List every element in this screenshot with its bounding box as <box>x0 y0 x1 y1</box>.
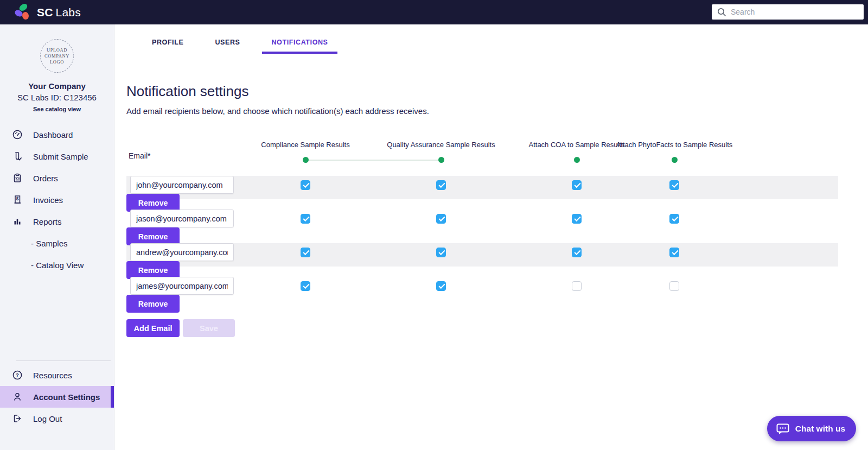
checkbox-quality-assurance[interactable] <box>436 180 446 190</box>
sidebar-item-label: Account Settings <box>33 392 100 402</box>
sidebar-item-submit-sample[interactable]: Submit Sample <box>0 145 114 167</box>
checkbox-compliance[interactable] <box>301 248 310 257</box>
green-dot-indicator <box>574 157 580 163</box>
sidebar-item-label: Reports <box>33 217 62 226</box>
checkbox-quality-assurance[interactable] <box>436 214 446 224</box>
checkbox-attach-phytofacts[interactable] <box>669 214 679 224</box>
checkbox-compliance[interactable] <box>301 214 310 224</box>
search-icon <box>717 8 726 17</box>
green-dot-indicator <box>438 157 444 163</box>
dashboard-icon <box>12 129 23 140</box>
table-row: Remove <box>126 210 838 233</box>
notifications-table-body: Remove Remove Remove <box>126 176 868 300</box>
checkbox-attach-coa[interactable] <box>572 180 582 190</box>
company-id: SC Labs ID: C123456 <box>0 93 114 102</box>
column-dot-wrap <box>607 156 742 163</box>
sidebar-item-label: Dashboard <box>33 130 73 140</box>
sidebar-item-label: Invoices <box>33 195 63 205</box>
chat-with-us-button[interactable]: Chat with us <box>767 416 856 441</box>
email-input[interactable] <box>130 243 234 261</box>
action-buttons: Add Email Save <box>126 319 868 337</box>
sidebar-item-resources[interactable]: ? Resources <box>0 364 114 386</box>
tab-notifications[interactable]: NOTIFICATIONS <box>262 39 337 54</box>
table-row: Remove <box>126 176 838 199</box>
sidebar-item-invoices[interactable]: $ Invoices <box>0 189 114 211</box>
sidebar-item-orders[interactable]: Orders <box>0 167 114 189</box>
tab-users[interactable]: USERS <box>206 39 249 54</box>
sidebar-divider <box>16 360 111 361</box>
checkbox-attach-phytofacts[interactable] <box>669 281 679 291</box>
logout-icon <box>12 413 23 424</box>
upload-logo-line: COMPANY <box>44 53 69 59</box>
sidebar-nav: Dashboard Submit Sample Orders <box>0 124 114 276</box>
green-dot-indicator <box>303 157 309 163</box>
search-box[interactable] <box>712 4 864 20</box>
notifications-table-header: Email* Compliance Sample Results Quality… <box>126 141 868 163</box>
submit-sample-icon <box>12 151 23 162</box>
brand-logo[interactable]: SCLabs <box>13 3 81 22</box>
chat-button-label: Chat with us <box>795 424 845 434</box>
help-icon: ? <box>12 370 23 381</box>
save-button[interactable]: Save <box>183 319 235 337</box>
chat-bubble-icon <box>776 422 790 435</box>
email-input[interactable] <box>130 176 234 194</box>
sidebar-item-account-settings[interactable]: Account Settings <box>0 386 114 408</box>
checkbox-attach-coa[interactable] <box>572 281 582 291</box>
sidebar-item-log-out[interactable]: Log Out <box>0 408 114 429</box>
remove-button[interactable]: Remove <box>126 295 180 313</box>
upload-logo-line: UPLOAD <box>47 47 67 53</box>
page-subtitle: Add email recipients below, and choose w… <box>126 106 868 116</box>
sidebar-subitem-label: - Catalog View <box>31 261 84 270</box>
checkbox-quality-assurance[interactable] <box>436 248 446 257</box>
company-name: Your Company <box>0 81 114 91</box>
sidebar-bottom-group: ? Resources Account Settings Log Out <box>0 360 114 450</box>
email-column-label: Email* <box>126 151 238 160</box>
invoices-icon: $ <box>12 194 23 205</box>
column-header: Quality Assurance Sample Results <box>373 141 509 149</box>
svg-text:$: $ <box>16 196 19 201</box>
checkbox-attach-coa[interactable] <box>572 248 582 257</box>
column-header: Compliance Sample Results <box>238 141 373 149</box>
table-row: Remove <box>126 277 838 300</box>
svg-text:?: ? <box>16 372 19 378</box>
upload-logo-line: LOGO <box>50 59 64 65</box>
person-icon <box>12 391 23 402</box>
sidebar-subitem-samples[interactable]: - Samples <box>0 232 114 254</box>
email-input[interactable] <box>130 210 234 227</box>
checkbox-compliance[interactable] <box>301 180 310 190</box>
brand-name-light: Labs <box>56 6 81 18</box>
search-input[interactable] <box>731 8 858 16</box>
sidebar-item-label: Resources <box>33 371 72 380</box>
sidebar-item-reports[interactable]: Reports <box>0 211 114 232</box>
page-title: Notification settings <box>126 83 868 100</box>
checkbox-attach-coa[interactable] <box>572 214 582 224</box>
see-catalog-view-link[interactable]: See catalog view <box>0 106 114 112</box>
upload-company-logo-button[interactable]: UPLOAD COMPANY LOGO <box>40 39 74 73</box>
column-header: Attach PhytoFacts to Sample Results <box>607 141 742 149</box>
checkbox-attach-phytofacts[interactable] <box>669 248 679 257</box>
sc-labs-logo-icon <box>13 3 31 22</box>
green-dot-indicator <box>672 157 678 163</box>
sidebar: UPLOAD COMPANY LOGO Your Company SC Labs… <box>0 24 114 450</box>
sidebar-item-dashboard[interactable]: Dashboard <box>0 124 114 145</box>
top-bar: SCLabs <box>0 0 868 24</box>
sidebar-item-label: Log Out <box>33 414 62 423</box>
sidebar-subitem-catalog-view[interactable]: - Catalog View <box>0 254 114 276</box>
brand-name: SCLabs <box>37 6 81 19</box>
checkbox-compliance[interactable] <box>301 281 310 291</box>
add-email-button[interactable]: Add Email <box>126 319 180 337</box>
checkbox-quality-assurance[interactable] <box>436 281 446 291</box>
checkbox-attach-phytofacts[interactable] <box>669 180 679 190</box>
column-dot-wrap <box>373 156 509 163</box>
reports-icon <box>12 216 23 227</box>
orders-icon <box>12 173 23 183</box>
email-input[interactable] <box>130 277 234 295</box>
main-content: PROFILE USERS NOTIFICATIONS Notification… <box>114 24 868 450</box>
table-row: Remove <box>126 243 838 267</box>
tab-bar: PROFILE USERS NOTIFICATIONS <box>143 39 868 54</box>
tab-profile[interactable]: PROFILE <box>143 39 193 54</box>
sidebar-item-label: Orders <box>33 174 58 183</box>
sidebar-subitem-label: - Samples <box>31 239 68 248</box>
sidebar-item-label: Submit Sample <box>33 152 88 161</box>
brand-name-bold: SC <box>37 6 53 18</box>
